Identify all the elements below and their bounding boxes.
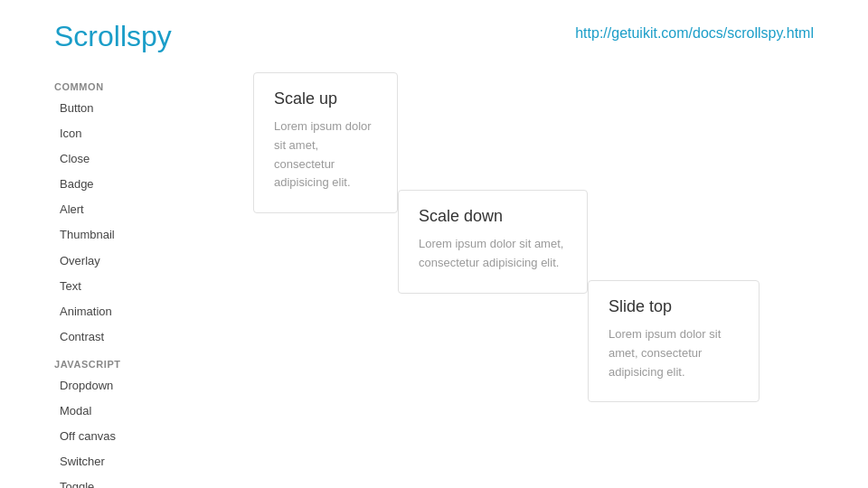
- content-area: Scale up Lorem ipsum dolor sit amet, con…: [253, 72, 850, 470]
- sidebar-item-thumbnail[interactable]: Thumbnail: [54, 222, 235, 248]
- sidebar-item-dropdown[interactable]: Dropdown: [54, 373, 235, 399]
- card-slide-top: Slide top Lorem ipsum dolor sit amet, co…: [588, 280, 760, 402]
- sidebar-item-toggle[interactable]: Toggle: [54, 474, 235, 488]
- sidebar-item-animation[interactable]: Animation: [54, 299, 235, 324]
- sidebar-item-badge[interactable]: Badge: [54, 172, 235, 197]
- page-title: Scrollspy: [54, 20, 172, 53]
- card-slide-top-title: Slide top: [609, 297, 739, 316]
- card-slide-top-text: Lorem ipsum dolor sit amet, consectetur …: [609, 325, 739, 381]
- sidebar-item-modal[interactable]: Modal: [54, 399, 235, 424]
- sidebar-item-alert[interactable]: Alert: [54, 197, 235, 222]
- sidebar-item-contrast[interactable]: Contrast: [54, 324, 235, 350]
- sidebar-section-javascript: JAVASCRIPT: [54, 359, 235, 370]
- card-scale-down-title: Scale down: [419, 207, 567, 226]
- sidebar-item-icon[interactable]: Icon: [54, 121, 235, 146]
- card-scale-up-text: Lorem ipsum dolor sit amet, consectetur …: [274, 117, 377, 192]
- card-scale-down-text: Lorem ipsum dolor sit amet, consectetur …: [419, 235, 567, 273]
- sidebar-item-text[interactable]: Text: [54, 274, 235, 299]
- sidebar-item-offcanvas[interactable]: Off canvas: [54, 424, 235, 449]
- url-link[interactable]: http://getuikit.com/docs/scrollspy.html: [575, 25, 814, 42]
- card-scale-up-title: Scale up: [274, 89, 377, 108]
- sidebar-section-common: COMMON: [54, 81, 235, 92]
- sidebar-item-button[interactable]: Button: [54, 96, 235, 121]
- card-scale-up: Scale up Lorem ipsum dolor sit amet, con…: [253, 72, 398, 213]
- sidebar-item-close[interactable]: Close: [54, 146, 235, 172]
- sidebar: COMMONButtonIconCloseBadgeAlertThumbnail…: [54, 72, 235, 488]
- sidebar-item-overlay[interactable]: Overlay: [54, 249, 235, 274]
- card-scale-down: Scale down Lorem ipsum dolor sit amet, c…: [398, 190, 588, 294]
- sidebar-item-switcher[interactable]: Switcher: [54, 449, 235, 474]
